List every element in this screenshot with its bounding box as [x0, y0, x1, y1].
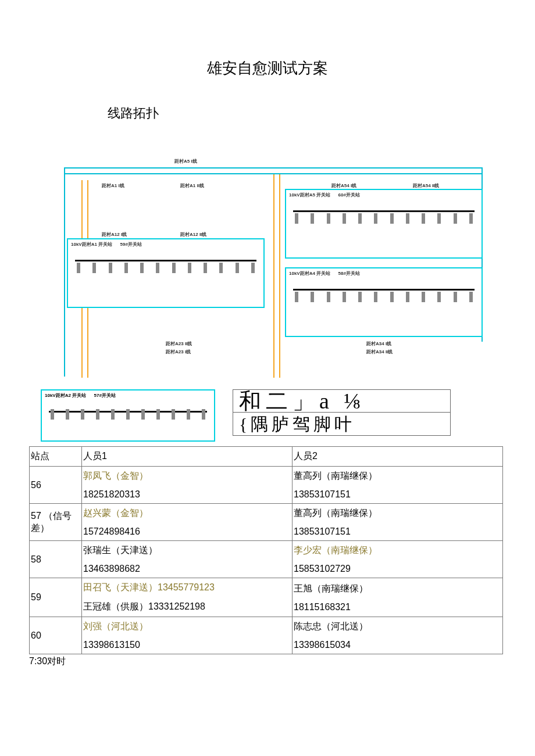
cell-site: 56: [30, 467, 82, 504]
col-header-p2: 人员2: [293, 447, 503, 467]
diagram-label: 距村A5 I线: [174, 158, 197, 164]
diagram-label: 距村A54 II线: [413, 182, 439, 189]
cell-site: 59: [30, 578, 82, 617]
footnote-time-sync: 7:30对时: [29, 655, 506, 668]
diagram-label: 距村A34 II线: [366, 349, 393, 355]
table-row: 59田召飞（天津送）13455779123王冠雄（供服）13331252198王…: [30, 578, 503, 617]
table-row: 58张瑞生（天津送）13463898682李少宏（南瑞继保）1585310272…: [30, 541, 503, 578]
diagram-label: 距村A1 I线: [102, 182, 124, 189]
table-header-row: 站点 人员1 人员2: [30, 447, 503, 467]
cell-site: 57 （信号差）: [30, 504, 82, 541]
cell-person2: 陈志忠（河北送）13398615034: [293, 617, 503, 654]
cell-person2: 董高列（南瑞继保）13853107151: [293, 504, 503, 541]
topology-diagram: 距村A5 I线 距村A1 I线 距村A1 II线 距村A54 I线 距村A54 …: [41, 157, 494, 384]
station-a1-box: 10kV距村A1 开关站 59#开关站: [67, 238, 265, 308]
diagram-label: 距村A12 I线: [102, 231, 127, 238]
cell-person1: 赵兴蒙（金智）15724898416: [82, 504, 293, 541]
col-header-site: 站点: [30, 447, 82, 467]
placeholder-line1: 和二」a ⅛: [233, 390, 450, 413]
cell-person1: 郭凤飞（金智）18251820313: [82, 467, 293, 504]
cell-person1: 田召飞（天津送）13455779123王冠雄（供服）13331252198: [82, 578, 293, 617]
cell-site: 58: [30, 541, 82, 578]
diagram-label: 距村A23 II线: [166, 341, 192, 347]
table-row: 57 （信号差）赵兴蒙（金智）15724898416董高列（南瑞继保）13853…: [30, 504, 503, 541]
diagram-label: 距村A1 II线: [180, 182, 204, 189]
table-row: 60刘强（河北送）13398613150陈志忠（河北送）13398615034: [30, 617, 503, 654]
personnel-table: 站点 人员1 人员2 56郭凤飞（金智）18251820313董高列（南瑞继保）…: [29, 446, 503, 654]
table-row: 56郭凤飞（金智）18251820313董高列（南瑞继保）13853107151: [30, 467, 503, 504]
cell-person1: 刘强（河北送）13398613150: [82, 617, 293, 654]
cell-person1: 张瑞生（天津送）13463898682: [82, 541, 293, 578]
cell-person2: 李少宏（南瑞继保）15853102729: [293, 541, 503, 578]
station-a4-box: 10kV距村A4 开关站 58#开关站: [285, 267, 483, 337]
placeholder-line2: {隅胪驾脚叶: [233, 413, 450, 435]
col-header-p1: 人员1: [82, 447, 293, 467]
doc-title: 雄安自愈测试方案: [29, 58, 506, 78]
diagram-label: 距村A34 I线: [366, 341, 391, 347]
placeholder-text-box: 和二」a ⅛ {隅胪驾脚叶: [233, 389, 451, 436]
station-a5-box: 10kV距村A5 开关站 60#开关站: [285, 189, 483, 259]
diagram-label: 距村A54 I线: [331, 182, 356, 189]
cell-person2: 王旭（南瑞继保）18115168321: [293, 578, 503, 617]
cell-site: 60: [30, 617, 82, 654]
diagram-label: 距村A23 I线: [166, 349, 191, 355]
diagram-label: 距村A12 II线: [180, 231, 206, 238]
station-a2-box: 10kV距村A2 开关站 57#开关站: [41, 389, 215, 442]
diagram-row-2: 10kV距村A2 开关站 57#开关站 和二」a ⅛ {隅胪驾脚叶: [41, 389, 494, 442]
cell-person2: 董高列（南瑞继保）13853107151: [293, 467, 503, 504]
section-heading-topology: 线路拓扑: [108, 105, 506, 122]
